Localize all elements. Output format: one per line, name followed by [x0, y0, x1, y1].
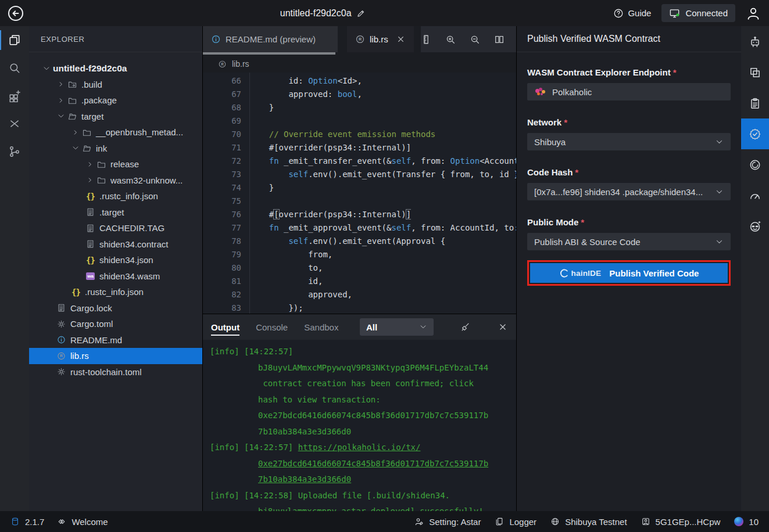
tree-item--package[interactable]: .package	[29, 92, 202, 109]
json-icon: {}	[71, 287, 81, 297]
globe-icon	[550, 517, 560, 526]
publish-verified-code-button[interactable]: hainIDE Publish Verified Code	[530, 263, 728, 283]
status-version[interactable]: 2.1.7	[10, 517, 44, 527]
clear-output-button[interactable]	[460, 322, 471, 332]
code-line: 72 fn _emit_transfer_event(&self, from: …	[203, 154, 516, 168]
activity-extensions-button[interactable]	[0, 82, 29, 110]
log-line: 7b10ab384a3e3d366d0	[203, 424, 516, 440]
activity-explorer-button[interactable]	[0, 26, 29, 54]
status-logger[interactable]: Logger	[495, 517, 536, 527]
breadcrumb[interactable]: R lib.rs	[203, 55, 516, 73]
tree-item-target[interactable]: target	[29, 109, 202, 125]
extensions-icon	[8, 89, 21, 102]
code-line: 82 approved,	[203, 288, 516, 301]
status-label: Logger	[509, 517, 536, 527]
line-number: 68	[203, 101, 241, 114]
panel-tab-sandbox[interactable]: Sandbox	[304, 314, 338, 340]
tree-item-cargo-toml[interactable]: Cargo.toml	[29, 316, 202, 332]
tree-item-release[interactable]: release	[29, 156, 202, 172]
code-line: 83 });	[203, 301, 516, 314]
monitor-icon	[669, 8, 680, 19]
split-editor-icon[interactable]	[494, 34, 505, 45]
codehash-select[interactable]: [0x7a...fe96] shiden34 .package/shiden34…	[527, 183, 731, 200]
tree-item-shiden34-contract[interactable]: shiden34.contract	[29, 236, 202, 253]
tab-scrollbar-thumb[interactable]	[203, 52, 335, 55]
activity-robot-button[interactable]	[741, 26, 769, 57]
ruler-icon[interactable]	[421, 34, 431, 45]
close-panel-button[interactable]	[498, 322, 508, 332]
verified-seal-icon	[749, 128, 761, 141]
status-setting[interactable]: Setting: Astar	[414, 517, 481, 527]
info-icon	[56, 335, 66, 344]
activity-clipboard-button[interactable]	[741, 88, 769, 118]
status-network[interactable]: Shibuya Testnet	[550, 517, 627, 527]
connected-button[interactable]: Connected	[661, 4, 735, 22]
code-editor[interactable]: 66 id: Option<Id>,67 approved: bool,68 }…	[203, 73, 516, 314]
chainide-c-icon	[559, 268, 570, 279]
avatar-icon[interactable]	[746, 6, 761, 21]
tree-item-wasm32-unknow-[interactable]: wasm32-unknow...	[29, 172, 202, 189]
publish-panel: Publish Verified WASM Contract WASM Cont…	[516, 26, 741, 511]
tree-item-cachedir-tag[interactable]: CACHEDIR.TAG	[29, 220, 202, 236]
log-link[interactable]: https://polkaholic.io/tx/	[298, 443, 421, 452]
log-line: hash to view transaction:	[203, 392, 516, 408]
code-line: 67 approved: bool,	[203, 88, 516, 101]
panel-tab-output[interactable]: Output	[211, 314, 239, 340]
tree-item-untitled-f29d2c0a[interactable]: untitled-f29d2c0a	[29, 60, 202, 77]
status-account[interactable]: 5G1GEp...HCpw	[641, 517, 721, 527]
network-select[interactable]: Shibuya	[527, 133, 731, 150]
tree-item-label: README.md	[70, 335, 122, 345]
tree-item-label: wasm32-unknow...	[110, 175, 183, 185]
tree-item-label: .rustc_info.json	[85, 287, 144, 297]
output-log[interactable]: [info] [14:22:57]bJ8uyvLAMmxcMPpywvqV9P8…	[203, 340, 516, 511]
log-link[interactable]: 0xe27bdcd6416d66074c845b8f36d01717db7c7c…	[258, 459, 488, 468]
tree-item-lib-rs[interactable]: Rlib.rs	[29, 348, 202, 364]
activity-ai-button[interactable]	[741, 149, 769, 180]
explorer-sidebar: EXPLORER untitled-f29d2c0a.build.package…	[29, 26, 202, 511]
edit-pencil-icon[interactable]	[357, 9, 366, 18]
activity-source-control-button[interactable]	[0, 138, 29, 166]
zoom-in-icon[interactable]	[445, 34, 456, 45]
tree-item-shiden34-wasm[interactable]: washiden34.wasm	[29, 268, 202, 285]
status-balance[interactable]: 10	[734, 517, 759, 527]
guide-button[interactable]: Guide	[613, 8, 651, 19]
tree-item--rustc-info-json[interactable]: {}.rustc_info.json	[29, 284, 202, 300]
status-label: 5G1GEp...HCpw	[656, 517, 721, 527]
clipboard-icon	[749, 97, 761, 110]
activity-gauge-button[interactable]	[741, 180, 769, 211]
tree-item--build[interactable]: .build	[29, 77, 202, 93]
activity-terminal-button[interactable]	[0, 110, 29, 138]
tab-readme.md[interactable]: README.md (preview)	[203, 26, 338, 52]
endpoint-input[interactable]: Polkaholic	[527, 83, 731, 100]
tree-item-ink[interactable]: ink	[29, 141, 202, 157]
log-filter-select[interactable]: All	[360, 318, 434, 336]
code-line: 81 id,	[203, 275, 516, 288]
tree-item-cargo-lock[interactable]: Cargo.lock	[29, 300, 202, 317]
tab-lib.rs[interactable]: Rlib.rs	[347, 26, 414, 52]
activity-search-button[interactable]	[0, 54, 29, 82]
activity-publish-verified-button[interactable]	[741, 118, 769, 149]
tree-item-rust-toolchain-toml[interactable]: rust-toolchain.toml	[29, 364, 202, 380]
log-line: 7b10ab384a3e3d366d0	[203, 472, 516, 488]
log-link[interactable]: 7b10ab384a3e3d366d0	[258, 475, 351, 484]
tree-item--openbrush-metad-[interactable]: __openbrush_metad...	[29, 124, 202, 141]
file-icon	[85, 239, 95, 249]
activity-assistant-button[interactable]	[741, 211, 769, 242]
tree-item--rustc-info-json[interactable]: {}.rustc_info.json	[29, 188, 202, 204]
chevron-right-icon	[85, 160, 95, 168]
publicmode-select[interactable]: Publish ABI & Source Code	[527, 233, 731, 250]
tree-item-label: target	[81, 112, 103, 121]
chevron-down-icon	[715, 238, 724, 246]
tree-item--target[interactable]: .target	[29, 204, 202, 221]
status-welcome[interactable]: Welcome	[57, 517, 108, 527]
publish-panel-title: Publish Verified WASM Contract	[517, 26, 741, 52]
back-button[interactable]	[7, 5, 24, 22]
close-icon[interactable]	[396, 34, 406, 44]
zoom-out-icon[interactable]	[470, 34, 480, 45]
tree-item-readme-md[interactable]: README.md	[29, 332, 202, 348]
activity-deploy-button[interactable]	[741, 57, 769, 88]
tree-item-shiden34-json[interactable]: {}shiden34.json	[29, 252, 202, 268]
panel-tab-console[interactable]: Console	[256, 314, 288, 340]
endpoint-label: WASM Contract Explorer Endpoint*	[527, 67, 731, 77]
build-folder-icon	[67, 80, 77, 89]
